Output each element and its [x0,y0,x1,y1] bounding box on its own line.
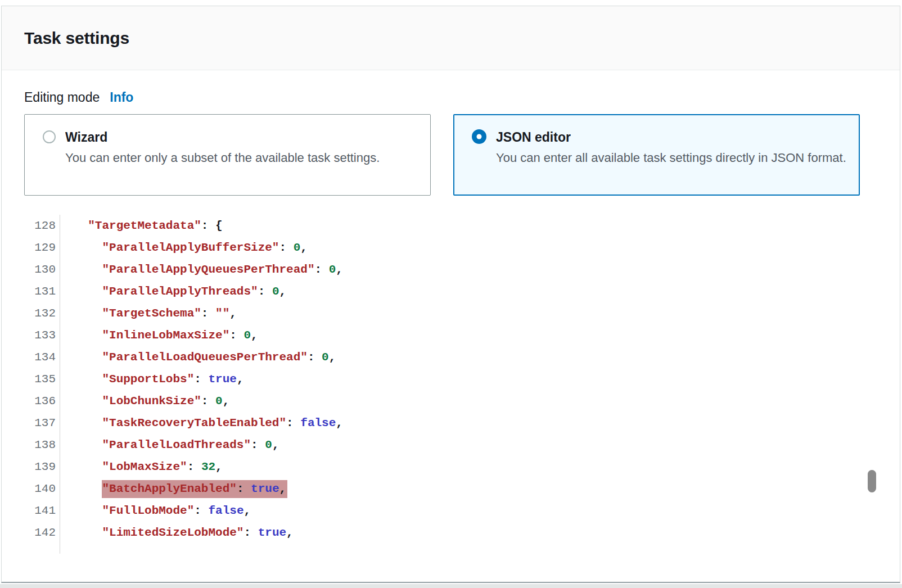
code-line[interactable]: 136 "LobChunkSize": 0, [24,390,877,412]
line-number: 130 [24,259,56,281]
editing-mode-tiles: Wizard You can enter only a subset of th… [24,114,877,196]
code-line[interactable]: 138 "ParallelLoadThreads": 0, [24,434,877,456]
line-number: 140 [24,478,56,500]
tile-text: JSON editor You can enter all available … [496,129,846,195]
line-number: 129 [24,237,56,259]
radio-button-wizard[interactable] [43,130,56,143]
scrollbar-thumb[interactable] [868,470,876,492]
code-line[interactable]: 131 "ParallelApplyThreads": 0, [24,281,877,302]
code-line[interactable]: 139 "LobMaxSize": 32, [24,456,877,478]
line-number: 133 [24,324,56,346]
panel-body: Editing modeInfo Wizard You can enter on… [2,89,900,554]
line-number: 141 [24,500,56,522]
code-line[interactable]: 135 "SupportLobs": true, [24,368,877,390]
code-line[interactable]: 142 "LimitedSizeLobMode": true, [24,522,877,544]
tile-description: You can enter only a subset of the avail… [65,149,380,167]
line-number: 134 [24,346,56,368]
info-link[interactable]: Info [110,90,133,105]
page: Task settings Editing modeInfo Wizard Yo… [0,0,902,588]
code-line[interactable]: 133 "InlineLobMaxSize": 0, [24,324,877,346]
code-line[interactable]: 128 "TargetMetadata": { [24,215,877,237]
line-number: 139 [24,456,56,478]
bottom-strip [0,584,902,588]
code-line[interactable]: 141 "FullLobMode": false, [24,500,877,522]
code-line-stub [24,544,877,554]
panel-title: Task settings [24,29,129,48]
code-line[interactable]: 129 "ParallelApplyBufferSize": 0, [24,237,877,259]
tile-text: Wizard You can enter only a subset of th… [65,129,380,195]
task-settings-panel: Task settings Editing modeInfo Wizard Yo… [1,6,900,583]
line-number: 131 [24,281,56,302]
line-number: 128 [24,215,56,237]
editing-mode-label: Editing mode [24,90,100,105]
line-number: 137 [24,412,56,434]
line-number: 132 [24,302,56,324]
line-number: 135 [24,368,56,390]
panel-header: Task settings [2,6,900,70]
highlighted-code: "BatchApplyEnabled": true, [102,480,287,498]
tile-description: You can enter all available task setting… [496,149,846,167]
json-code-editor[interactable]: 128 "TargetMetadata": {129 "ParallelAppl… [24,215,877,554]
line-number: 142 [24,522,56,544]
line-number: 136 [24,390,56,412]
code-line[interactable]: 137 "TaskRecoveryTableEnabled": false, [24,412,877,434]
code-line[interactable]: 140 "BatchApplyEnabled": true, [24,478,877,500]
code-line[interactable]: 130 "ParallelApplyQueuesPerThread": 0, [24,259,877,281]
code-line[interactable]: 132 "TargetSchema": "", [24,302,877,324]
editing-mode-option-wizard[interactable]: Wizard You can enter only a subset of th… [24,114,431,196]
editing-mode-option-json-editor[interactable]: JSON editor You can enter all available … [453,114,860,196]
line-number: 138 [24,434,56,456]
tile-label: JSON editor [496,129,846,146]
tile-label: Wizard [65,129,380,146]
editing-mode-row: Editing modeInfo [24,89,877,105]
code-line[interactable]: 134 "ParallelLoadQueuesPerThread": 0, [24,346,877,368]
radio-button-json-editor[interactable] [472,129,486,144]
